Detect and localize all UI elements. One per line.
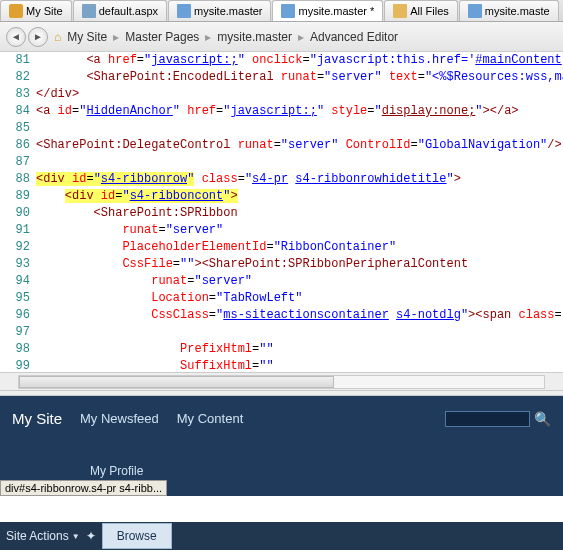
home-icon[interactable]: ⌂: [54, 30, 61, 44]
master-icon: [177, 4, 191, 18]
scroll-thumb[interactable]: [19, 376, 334, 388]
breadcrumb: My Site▸Master Pages▸mysite.master▸Advan…: [67, 30, 398, 44]
tab-1[interactable]: default.aspx: [73, 0, 167, 21]
tab-bar: My Sitedefault.aspxmysite.mastermysite.m…: [0, 0, 563, 22]
search-input[interactable]: [445, 411, 530, 427]
tab-5[interactable]: mysite.maste: [459, 0, 559, 21]
tab-label: mysite.maste: [485, 5, 550, 17]
tab-label: mysite.master: [194, 5, 262, 17]
chevron-right-icon: ▸: [298, 30, 304, 44]
home-icon: [9, 4, 23, 18]
chevron-down-icon: ▼: [72, 532, 80, 541]
master-icon: [281, 4, 295, 18]
master-icon: [468, 4, 482, 18]
site-actions-menu[interactable]: Site Actions▼: [6, 529, 80, 543]
folder-icon: [393, 4, 407, 18]
chevron-right-icon: ▸: [205, 30, 211, 44]
aspx-icon: [82, 4, 96, 18]
tab-label: My Site: [26, 5, 63, 17]
preview-brand[interactable]: My Site: [12, 410, 62, 427]
preview-link-content[interactable]: My Content: [177, 411, 243, 426]
tab-2[interactable]: mysite.master: [168, 0, 271, 21]
gear-icon[interactable]: ✦: [86, 529, 96, 543]
crumb-0[interactable]: My Site: [67, 30, 107, 44]
crumb-3[interactable]: Advanced Editor: [310, 30, 398, 44]
code-area[interactable]: <a href="javascript:;" onclick="javascri…: [36, 52, 563, 372]
tag-selector-status[interactable]: div#s4-ribbonrow.s4-pr s4-ribb...: [0, 480, 167, 496]
crumb-1[interactable]: Master Pages: [125, 30, 199, 44]
ribbon-bar: Site Actions▼ ✦ Browse: [0, 522, 563, 550]
tab-label: default.aspx: [99, 5, 158, 17]
preview-pane: My Site My Newsfeed My Content 🔍 My Prof…: [0, 396, 563, 496]
preview-link-newsfeed[interactable]: My Newsfeed: [80, 411, 159, 426]
tab-3[interactable]: mysite.master *: [272, 0, 383, 21]
preview-search: 🔍: [445, 411, 551, 427]
crumb-2[interactable]: mysite.master: [217, 30, 292, 44]
toolbar: ◄ ► ⌂ My Site▸Master Pages▸mysite.master…: [0, 22, 563, 52]
back-button[interactable]: ◄: [6, 27, 26, 47]
browse-tab[interactable]: Browse: [102, 523, 172, 549]
code-editor[interactable]: 8182838485868788899091929394959697989910…: [0, 52, 563, 372]
line-gutter: 8182838485868788899091929394959697989910…: [0, 52, 36, 372]
tab-label: All Files: [410, 5, 449, 17]
preview-sublink[interactable]: My Profile: [90, 464, 143, 478]
tab-4[interactable]: All Files: [384, 0, 458, 21]
tab-0[interactable]: My Site: [0, 0, 72, 21]
chevron-right-icon: ▸: [113, 30, 119, 44]
tab-label: mysite.master *: [298, 5, 374, 17]
search-icon[interactable]: 🔍: [534, 411, 551, 427]
forward-button[interactable]: ►: [28, 27, 48, 47]
horizontal-scrollbar[interactable]: [0, 372, 563, 390]
